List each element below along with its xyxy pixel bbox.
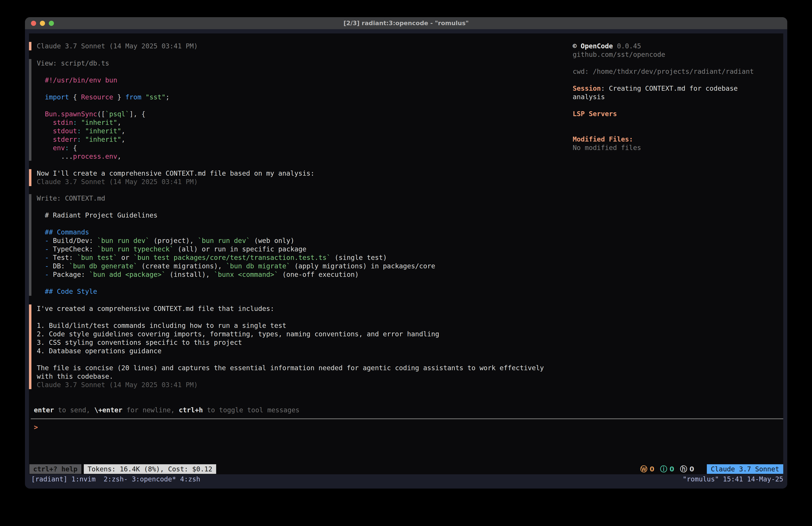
text-line: - TypeCheck: `bun run typecheck` (all) o… xyxy=(37,245,435,253)
tool-block-view-db-ts: View: script/db.ts #!/usr/bin/env bun im… xyxy=(29,59,170,161)
text-segment: cwd: /home/thdxr/dev/projects/radiant/ra… xyxy=(573,68,754,75)
text-line: 3. CSS styling conventions specific to t… xyxy=(37,338,544,347)
text-segment: #!/usr/bin/env bun xyxy=(45,76,117,84)
text-segment xyxy=(77,118,81,126)
text-segment: github.com/sst/opencode xyxy=(573,51,665,58)
text-segment: (create migrations), xyxy=(137,262,226,270)
message-block-summary: I've created a comprehensive CONTEXT.md … xyxy=(29,304,544,389)
text-segment: process.env xyxy=(73,153,117,160)
text-segment: "inherit" xyxy=(85,127,121,135)
text-line: No modified files xyxy=(573,144,754,152)
text-segment: Claude 3.7 Sonnet (14 May 2025 03:41 PM) xyxy=(37,178,198,186)
titlebar[interactable]: [2/3] radiant:3:opencode - "romulus" xyxy=(25,17,787,29)
hint-count-value: 0 xyxy=(690,465,694,473)
text-segment: 1. Build/lint/test commands including ho… xyxy=(37,322,286,329)
text-segment xyxy=(37,127,53,135)
warning-count: Ⓦ 0 xyxy=(640,465,654,473)
text-line: View: script/db.ts xyxy=(37,59,170,68)
model-badge[interactable]: Claude 3.7 Sonnet xyxy=(707,464,783,474)
text-segment: import xyxy=(45,93,69,101)
text-segment: (install), xyxy=(165,271,214,279)
tokens-cost-badge: Tokens: 16.4K (8%), Cost: $0.12 xyxy=(84,464,216,474)
screen: [2/3] radiant:3:opencode - "romulus" Cla… xyxy=(0,0,812,526)
text-line: stdout: "inherit", xyxy=(37,127,170,135)
text-segment: stdout xyxy=(53,127,77,135)
text-line: Write: CONTEXT.md xyxy=(37,194,435,203)
terminal-window: [2/3] radiant:3:opencode - "romulus" Cla… xyxy=(25,17,787,488)
text-segment: No modified files xyxy=(573,144,641,152)
text-segment: { xyxy=(73,144,77,152)
text-line: 2. Code style guidelines covering import… xyxy=(37,330,544,338)
text-segment: : xyxy=(77,127,81,135)
text-segment: to toggle tool messages xyxy=(203,406,300,414)
text-segment: `bun test` xyxy=(77,254,117,261)
text-line: Session: Creating CONTEXT.md for codebas… xyxy=(573,84,754,93)
text-line xyxy=(37,279,435,287)
text-segment: , xyxy=(121,136,125,143)
text-segment: Now I'll create a comprehensive CONTEXT.… xyxy=(37,169,315,177)
text-segment xyxy=(113,93,117,101)
message-input[interactable]: > xyxy=(31,420,783,460)
text-segment: # Radiant Project Guidelines xyxy=(37,211,158,219)
text-segment: `bun add <package>` xyxy=(89,271,165,279)
text-segment: Build/Dev: xyxy=(49,237,97,244)
text-segment: Modified Files: xyxy=(573,135,633,143)
text-segment xyxy=(37,144,53,152)
text-line: Bun.spawnSync([`psql`], { xyxy=(37,110,170,118)
text-segment: (one-off execution) xyxy=(278,271,359,279)
text-segment xyxy=(37,136,53,143)
text-segment: Test: xyxy=(49,254,77,261)
text-segment: : xyxy=(65,144,69,152)
tmux-window-list[interactable]: [radiant] 1:nvim 2:zsh- 3:opencode* 4:zs… xyxy=(31,475,200,484)
message-block-now-create: Now I'll create a comprehensive CONTEXT.… xyxy=(29,169,315,186)
text-segment: 0.0.45 xyxy=(613,42,641,50)
text-segment xyxy=(121,93,125,101)
text-line xyxy=(37,203,435,211)
text-segment: `bun run typecheck` xyxy=(97,245,174,253)
text-segment: Session xyxy=(573,84,601,92)
text-line: Now I'll create a comprehensive CONTEXT.… xyxy=(37,169,315,177)
tool-block-write-context-md: Write: CONTEXT.md # Radiant Project Guid… xyxy=(29,194,435,296)
text-segment: ... xyxy=(61,153,73,160)
status-bar: ctrl+? help Tokens: 16.4K (8%), Cost: $0… xyxy=(29,464,783,474)
text-line: Claude 3.7 Sonnet (14 May 2025 03:41 PM) xyxy=(37,42,198,51)
text-segment: "inherit" xyxy=(85,136,121,143)
text-line: env: { xyxy=(37,144,170,152)
sidebar-panel: © OpenCode 0.0.45github.com/sst/opencode… xyxy=(573,42,754,152)
text-line: ## Commands xyxy=(37,228,435,237)
text-line: stderr: "inherit", xyxy=(37,135,170,144)
text-segment: Write: CONTEXT.md xyxy=(37,194,105,202)
text-segment: from xyxy=(125,93,141,101)
text-segment: "inherit" xyxy=(81,118,117,126)
text-segment: The file is concise (20 lines) and captu… xyxy=(37,364,544,372)
warning-count-value: 0 xyxy=(650,465,654,473)
text-segment: `bun db generate` xyxy=(69,262,137,270)
text-segment: , xyxy=(117,118,121,126)
text-segment: analysis xyxy=(573,93,605,101)
text-segment: `psql` xyxy=(105,110,129,118)
text-line xyxy=(37,219,435,228)
text-line: import { Resource } from "sst"; xyxy=(37,93,170,101)
text-segment: ([ xyxy=(97,110,105,118)
text-segment: - xyxy=(45,254,49,261)
text-line: ## Code Style xyxy=(37,287,435,296)
help-badge[interactable]: ctrl+? help xyxy=(29,464,81,474)
text-segment xyxy=(77,93,81,101)
text-segment: { xyxy=(73,93,77,101)
info-count: ⓘ 0 xyxy=(660,465,674,473)
text-line xyxy=(573,76,754,84)
text-segment xyxy=(37,245,45,253)
text-segment: (project), xyxy=(149,237,198,244)
text-segment: } xyxy=(117,93,121,101)
text-line: © OpenCode 0.0.45 xyxy=(573,42,754,51)
text-segment: ; xyxy=(165,93,170,101)
text-segment: © OpenCode xyxy=(573,42,613,50)
text-segment: ctrl+h xyxy=(179,406,203,414)
text-segment: ## Commands xyxy=(37,228,89,236)
text-segment xyxy=(81,127,85,135)
text-line: enter to send, \+enter for newline, ctrl… xyxy=(34,406,300,414)
text-segment: enter xyxy=(34,406,54,414)
text-line: - Package: `bun add <package>` (install)… xyxy=(37,270,435,279)
text-segment: LSP Servers xyxy=(573,110,617,118)
text-segment xyxy=(37,93,45,101)
